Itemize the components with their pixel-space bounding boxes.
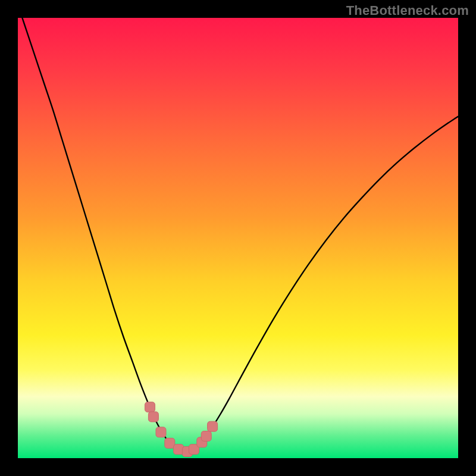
- curve-marker: [208, 421, 218, 431]
- curve-marker: [201, 431, 211, 441]
- watermark-text: TheBottleneck.com: [346, 3, 469, 18]
- curve-markers: [145, 402, 218, 457]
- chart-frame: TheBottleneck.com: [0, 0, 476, 476]
- curve-line: [18, 18, 458, 452]
- bottleneck-curve: [18, 18, 458, 458]
- curve-marker: [156, 427, 166, 437]
- curve-marker: [145, 402, 155, 412]
- curve-marker: [148, 412, 158, 422]
- plot-area: [18, 18, 458, 458]
